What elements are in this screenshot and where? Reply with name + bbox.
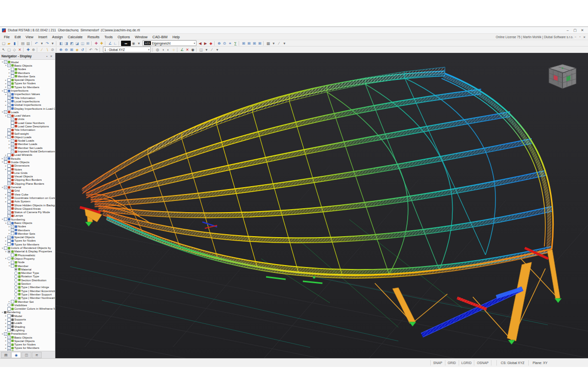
save-icon[interactable]: ▮ xyxy=(12,41,17,46)
tree-item-shading[interactable]: ▸✓Shading xyxy=(0,325,55,328)
checkbox-unchecked[interactable] xyxy=(7,321,11,325)
tree-item-colors-of-rendered-objects-by[interactable]: ▾Colors of Rendered Objects by xyxy=(0,246,55,249)
hatch-options-icon[interactable]: ▩ xyxy=(266,41,271,46)
pan-icon[interactable]: ◈ xyxy=(74,47,80,52)
menu-calculate[interactable]: Calculate xyxy=(65,35,85,39)
checkbox-unchecked[interactable] xyxy=(11,253,14,257)
layout-grid-icon[interactable]: ⊞ xyxy=(85,41,91,46)
print-icon[interactable]: ▤ xyxy=(20,41,25,46)
tree-item-loads[interactable]: ▾✓Loads xyxy=(0,110,55,114)
tree-item-imposed-nodal-deformations[interactable]: ✓Imposed Nodal Deformations xyxy=(0,149,55,153)
checkbox-checked[interactable]: ✓ xyxy=(7,236,11,239)
tree-item-member[interactable]: ▾Member xyxy=(0,264,55,268)
checkbox-unchecked[interactable] xyxy=(7,78,11,82)
checkbox-checked[interactable]: ✓ xyxy=(11,146,14,149)
render-mode-button[interactable]: ▬ xyxy=(121,41,131,46)
tree-item-show-hidden-objects-in-backgro-[interactable]: ✓Show Hidden Objects in Backgro... xyxy=(0,203,55,207)
checkbox-checked[interactable]: ✓ xyxy=(7,178,11,182)
tree-item-lamps[interactable]: ✓Lamps xyxy=(0,214,55,218)
checkbox-checked[interactable]: ✓ xyxy=(7,103,11,107)
checkbox-checked[interactable]: ✓ xyxy=(7,93,11,96)
checkbox-unchecked[interactable] xyxy=(4,218,7,221)
checkbox-checked[interactable]: ✓ xyxy=(7,175,11,178)
tree-item-member-type[interactable]: Member Type xyxy=(0,271,55,275)
radio-unselected[interactable] xyxy=(14,271,18,275)
tree-item-member-sets[interactable]: ▸Member Sets xyxy=(0,74,55,78)
checkbox-checked[interactable]: ✓ xyxy=(7,214,11,218)
checkbox-checked[interactable]: ✓ xyxy=(7,343,11,346)
checkbox-unchecked[interactable] xyxy=(7,307,11,311)
tree-item-types-for-nodes[interactable]: ▸Types for Nodes xyxy=(0,239,55,243)
menu-options[interactable]: Options xyxy=(115,35,132,39)
tree-item-display-imperfections-in-load-ca-[interactable]: ✓Display Imperfections in Load Ca... xyxy=(0,107,55,110)
tree-item-member-sets[interactable]: ▸Member Sets xyxy=(0,232,55,235)
node-tool-icon[interactable]: ⊕ xyxy=(217,41,222,46)
status-toggle-snap[interactable]: SNAP xyxy=(430,360,445,366)
tab-results[interactable]: ≋ xyxy=(32,352,42,358)
checkbox-checked[interactable]: ✓ xyxy=(7,99,11,103)
checkbox-checked[interactable]: ✓ xyxy=(11,150,14,153)
tab-views[interactable]: ◫ xyxy=(22,352,31,358)
tree-item-clipping-box-borders[interactable]: ✓Clipping Box Borders xyxy=(0,178,55,182)
flag-icon[interactable]: ◆ xyxy=(208,41,214,46)
checkbox-unchecked[interactable] xyxy=(11,261,14,264)
tree-item-nodes[interactable]: ▸✓Nodes xyxy=(0,225,55,228)
tree-item-rotation-type[interactable]: Rotation Type xyxy=(0,275,55,278)
tree-item-type-member-hinge[interactable]: Type | Member Hinge xyxy=(0,286,55,289)
tree-item-numbering[interactable]: ▾Numbering xyxy=(0,218,55,221)
tree-item-special-objects[interactable]: ▸Special Objects xyxy=(0,78,55,81)
tree-item-model[interactable]: ▾✓Model xyxy=(0,60,55,64)
menu-assign[interactable]: Assign xyxy=(49,35,65,39)
checkbox-checked[interactable]: ✓ xyxy=(7,336,11,339)
checkbox-checked[interactable]: ✓ xyxy=(11,143,14,146)
checkbox-checked[interactable]: ✓ xyxy=(7,64,11,67)
checkbox-checked[interactable]: ✓ xyxy=(11,118,14,121)
display-properties-icon[interactable]: ◉ xyxy=(131,41,136,46)
tree-item-rendering[interactable]: ▾Rendering xyxy=(0,311,55,314)
status-toggle-lgrid[interactable]: LGRID xyxy=(459,360,474,366)
select-special-icon[interactable]: ◇ xyxy=(12,47,17,52)
checkbox-checked[interactable]: ✓ xyxy=(4,60,7,64)
tab-data[interactable]: ▤ xyxy=(1,352,11,358)
work-plane-select[interactable]: 1 : Global XYZ▾ xyxy=(103,47,151,52)
select-box-icon[interactable]: ▢ xyxy=(6,47,12,52)
checkbox-unchecked[interactable] xyxy=(11,264,14,268)
checkbox-unchecked[interactable] xyxy=(11,300,14,303)
redo-icon[interactable]: ↷ xyxy=(45,41,50,46)
menu-window[interactable]: Window xyxy=(132,35,150,39)
tree-item-basic-objects[interactable]: ▾✓Basic Objects xyxy=(0,64,55,67)
checkbox-checked[interactable]: ✓ xyxy=(4,157,7,160)
checkbox-checked[interactable]: ✓ xyxy=(7,85,11,89)
tree-item-grid[interactable]: ✓Grid xyxy=(0,189,55,193)
open-icon[interactable]: ▰ xyxy=(6,41,12,46)
tree-item-types-for-nodes[interactable]: ▸✓Types for Nodes xyxy=(0,343,55,346)
menu-view[interactable]: View xyxy=(23,35,36,39)
tree-item-load-wizards[interactable]: ▸Load Wizards xyxy=(0,153,55,157)
status-toggle-osnap[interactable]: OSNAP xyxy=(474,360,491,366)
tree-item-title-information[interactable]: ✓Title Information xyxy=(0,128,55,132)
tree-item-load-case-numbers[interactable]: Load Case Numbers xyxy=(0,121,55,124)
tree-item-object-property[interactable]: ▾Object Property xyxy=(0,257,55,260)
new-model-icon[interactable]: ▢ xyxy=(1,41,6,46)
select-pointer-icon[interactable]: ↖ xyxy=(1,47,6,52)
calculate-icon[interactable]: ∑ xyxy=(233,41,238,46)
tree-item-photorealistic[interactable]: Photorealistic xyxy=(0,253,55,257)
checkbox-checked[interactable]: ✓ xyxy=(7,96,11,99)
visibility-icon[interactable]: ◎ xyxy=(155,47,160,52)
tree-item-units[interactable]: ✓Units xyxy=(0,118,55,121)
zoom-window-icon[interactable]: ⊞ xyxy=(69,47,74,52)
pin-icon[interactable]: ▪ xyxy=(45,55,49,58)
tree-item-general[interactable]: ▾✓General xyxy=(0,185,55,189)
deselect-icon[interactable]: ✕ xyxy=(17,47,23,52)
checkbox-unchecked[interactable] xyxy=(4,160,7,164)
tree-item-results[interactable]: ▸✓Results xyxy=(0,157,55,160)
redo-dropdown-icon[interactable]: ▾ xyxy=(50,41,55,46)
layout-vertical-icon[interactable]: ◫ xyxy=(80,41,85,46)
chevron-down-icon[interactable]: ▾ xyxy=(282,41,287,46)
tree-item-show-clipped-areas[interactable]: ✓Show Clipped Areas xyxy=(0,207,55,210)
layout-horizontal-icon[interactable]: ◪ xyxy=(74,41,80,46)
checkbox-unchecked[interactable] xyxy=(11,121,14,124)
tree-item-guide-objects[interactable]: ▾Guide Objects xyxy=(0,160,55,164)
checkbox-unchecked[interactable] xyxy=(7,314,11,318)
checkbox-unchecked[interactable] xyxy=(7,171,11,174)
